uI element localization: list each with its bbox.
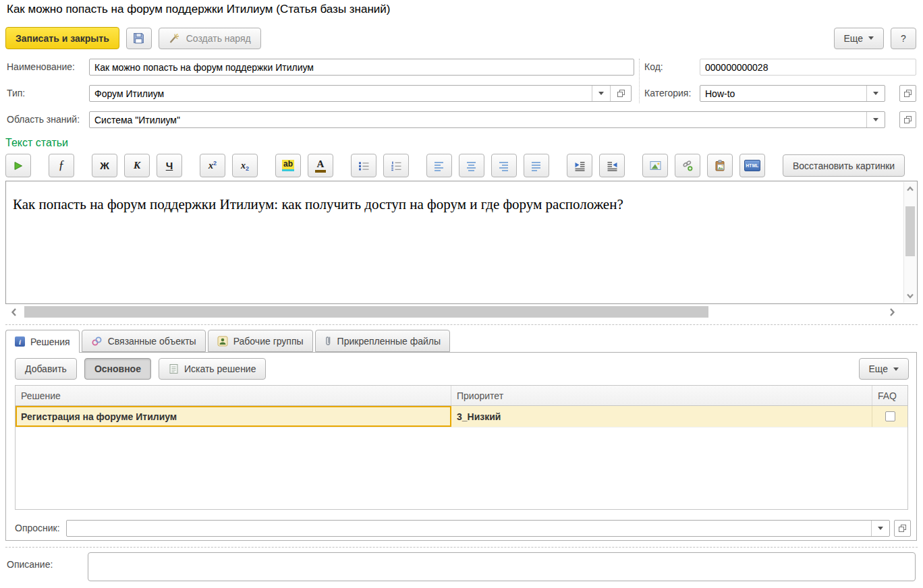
html-mode-button[interactable]: HTML [739,154,765,177]
main-toggle-button[interactable]: Основное [84,358,151,380]
editor-toolbar: ƒ Ж К Ч x2 x2 ab A HTML Восстановить кар… [5,154,905,177]
chevron-down-icon [873,92,878,95]
linked-objects-icon [91,336,103,347]
paste-image-button[interactable] [707,154,733,177]
chevron-down-icon [868,36,874,40]
horizontal-scrollbar-thumb[interactable] [24,306,708,318]
knowledge-area-open-button[interactable] [899,111,916,128]
cell-solution[interactable]: Регистрация на форуме Итилиум [16,406,451,427]
bullet-list-button[interactable] [351,154,376,177]
horizontal-scrollbar[interactable] [5,305,903,318]
highlight-icon: ab [282,160,294,171]
align-left-icon [434,160,445,171]
vertical-scrollbar[interactable] [903,182,916,303]
more-label: Еще [844,33,864,44]
function-button[interactable]: ƒ [49,154,74,177]
chevron-left-icon [11,307,17,317]
italic-button[interactable]: К [124,154,150,177]
more-button-top[interactable]: Еще [834,28,885,49]
type-dropdown-button[interactable] [592,86,610,101]
table-row[interactable]: Регистрация на форуме Итилиум 3_Низкий [16,406,907,428]
justify-button[interactable] [524,154,549,177]
subscript-button[interactable]: x2 [232,154,258,177]
article-text[interactable]: Как попасть на форум поддержки Итилиум: … [13,196,895,213]
category-dropdown-button[interactable] [866,86,885,101]
tab-attached-files[interactable]: Прикрепленные файлы [315,330,450,352]
article-text-area[interactable]: Как попасть на форум поддержки Итилиум: … [5,181,918,304]
cell-priority[interactable]: 3_Низкий [451,406,872,427]
align-right-button[interactable] [491,154,517,177]
wand-icon [169,33,181,44]
description-input[interactable] [88,552,916,581]
type-open-button[interactable] [610,86,631,101]
html-icon: HTML [744,160,760,171]
code-label: Код: [644,59,663,76]
knowledge-area-dropdown-button[interactable] [866,112,885,127]
cell-faq[interactable] [872,406,907,427]
search-solution-button[interactable]: Искать решение [159,358,267,380]
font-color-button[interactable]: A [308,154,333,177]
save-close-button[interactable]: Записать и закрыть [5,27,119,49]
indent-decrease-button[interactable] [599,154,625,177]
font-color-icon: A [315,158,327,173]
tab-linked-objects[interactable]: Связанные объекты [82,330,206,352]
separator-line [5,324,918,325]
open-form-icon [903,89,912,98]
scroll-left-button[interactable] [5,305,22,318]
questionnaire-dropdown-button[interactable] [871,521,889,536]
column-header-priority[interactable]: Приоритет [451,386,872,405]
questionnaire-combo[interactable] [66,520,890,537]
code-input[interactable] [700,59,916,76]
create-order-label: Создать наряд [186,33,251,44]
faq-checkbox[interactable] [885,411,895,421]
numbered-list-button[interactable] [383,154,409,177]
indent-increase-button[interactable] [567,154,592,177]
window-title: Как можно попасть на форум поддержки Ити… [7,3,391,16]
scroll-down-button[interactable] [904,289,916,303]
link-icon [682,160,694,171]
paperclip-icon [325,335,332,347]
indent-decrease-icon [607,160,618,171]
more-button-solutions[interactable]: Еще [859,358,910,380]
tab-label: Связанные объекты [108,336,196,347]
tab-bar: i Решения Связанные объекты Рабочие груп… [5,330,452,353]
vertical-scrollbar-thumb[interactable] [905,206,915,256]
scroll-up-button[interactable] [904,182,916,196]
insert-link-button[interactable] [675,154,700,177]
category-open-button[interactable] [899,85,916,102]
separator-line [5,547,918,548]
save-icon [133,32,144,44]
tab-workgroups[interactable]: Рабочие группы [208,330,313,352]
description-label: Описание: [7,556,53,573]
tab-solutions[interactable]: i Решения [5,330,80,353]
superscript-button[interactable]: x2 [200,154,225,177]
type-combo[interactable]: Форум Итилиум [89,85,632,102]
save-button[interactable] [126,28,152,49]
highlight-color-button[interactable]: ab [275,154,301,177]
knowledge-article-window: { "window": { "title": "Как можно попаст… [0,0,923,588]
knowledge-area-combo[interactable]: Система "Итилиум" [89,111,885,128]
help-button[interactable]: ? [891,28,916,49]
underline-button[interactable]: Ч [157,154,182,177]
category-combo[interactable]: How-to [700,85,885,102]
column-header-solution[interactable]: Решение [16,386,451,405]
align-left-button[interactable] [426,154,452,177]
bold-button[interactable]: Ж [92,154,117,177]
preview-button[interactable] [5,154,31,177]
questionnaire-open-button[interactable] [894,520,911,537]
add-button[interactable]: Добавить [15,358,77,380]
more-label: Еще [869,363,889,374]
open-form-icon [903,115,912,124]
align-center-button[interactable] [459,154,484,177]
name-input[interactable] [89,59,634,76]
restore-pictures-button[interactable]: Восстановить картинки [783,154,905,177]
align-right-icon [499,160,509,171]
article-section-title: Текст статьи [5,137,68,149]
numbered-list-icon [391,160,402,171]
questionnaire-label: Опросник: [15,520,60,537]
create-order-button[interactable]: Создать наряд [159,28,261,49]
form-column-separator [639,59,640,103]
column-header-faq[interactable]: FAQ [872,386,907,405]
insert-image-button[interactable] [642,154,668,177]
scroll-right-button[interactable] [884,305,900,318]
